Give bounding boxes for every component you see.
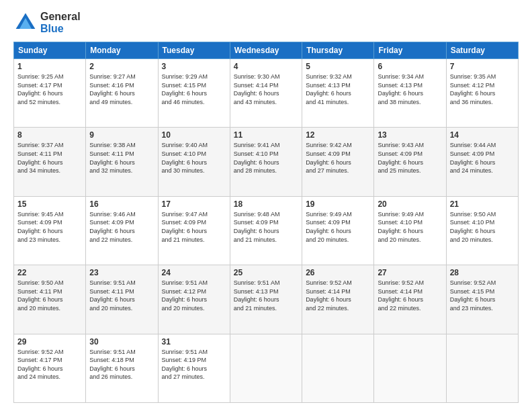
- day-info: Sunrise: 9:47 AM Sunset: 4:09 PM Dayligh…: [162, 210, 226, 244]
- day-info: Sunrise: 9:30 AM Sunset: 4:14 PM Dayligh…: [234, 73, 298, 106]
- day-cell: 22Sunrise: 9:50 AM Sunset: 4:11 PM Dayli…: [14, 265, 86, 334]
- day-info: Sunrise: 9:34 AM Sunset: 4:13 PM Dayligh…: [378, 73, 442, 106]
- day-cell: 8Sunrise: 9:37 AM Sunset: 4:11 PM Daylig…: [14, 128, 86, 196]
- day-number: 3: [162, 62, 226, 71]
- day-number: 28: [450, 268, 515, 277]
- day-cell: [374, 334, 446, 402]
- day-info: Sunrise: 9:51 AM Sunset: 4:11 PM Dayligh…: [89, 279, 154, 312]
- day-cell: 14Sunrise: 9:44 AM Sunset: 4:09 PM Dayli…: [446, 128, 518, 196]
- day-number: 31: [162, 337, 226, 347]
- day-cell: 21Sunrise: 9:50 AM Sunset: 4:10 PM Dayli…: [446, 196, 518, 265]
- day-info: Sunrise: 9:32 AM Sunset: 4:13 PM Dayligh…: [306, 73, 370, 106]
- day-info: Sunrise: 9:51 AM Sunset: 4:12 PM Dayligh…: [162, 279, 226, 312]
- day-cell: 23Sunrise: 9:51 AM Sunset: 4:11 PM Dayli…: [86, 265, 158, 334]
- day-info: Sunrise: 9:35 AM Sunset: 4:12 PM Dayligh…: [450, 73, 515, 106]
- day-number: 21: [450, 199, 515, 209]
- day-number: 14: [450, 130, 515, 140]
- day-cell: 4Sunrise: 9:30 AM Sunset: 4:14 PM Daylig…: [230, 59, 302, 128]
- day-cell: 12Sunrise: 9:42 AM Sunset: 4:09 PM Dayli…: [302, 128, 374, 196]
- day-info: Sunrise: 9:50 AM Sunset: 4:11 PM Dayligh…: [17, 279, 82, 312]
- weekday-header-wednesday: Wednesday: [230, 42, 302, 59]
- day-cell: [230, 334, 302, 402]
- day-number: 4: [234, 62, 298, 71]
- day-cell: 3Sunrise: 9:29 AM Sunset: 4:15 PM Daylig…: [158, 59, 230, 128]
- day-info: Sunrise: 9:42 AM Sunset: 4:09 PM Dayligh…: [306, 141, 370, 175]
- day-number: 7: [450, 62, 515, 71]
- day-cell: 24Sunrise: 9:51 AM Sunset: 4:12 PM Dayli…: [158, 265, 230, 334]
- weekday-header-thursday: Thursday: [302, 42, 374, 59]
- day-cell: 16Sunrise: 9:46 AM Sunset: 4:09 PM Dayli…: [86, 196, 158, 265]
- logo-icon: [13, 11, 38, 35]
- day-info: Sunrise: 9:51 AM Sunset: 4:19 PM Dayligh…: [162, 348, 226, 381]
- day-info: Sunrise: 9:52 AM Sunset: 4:14 PM Dayligh…: [378, 279, 442, 312]
- day-cell: 25Sunrise: 9:51 AM Sunset: 4:13 PM Dayli…: [230, 265, 302, 334]
- day-number: 19: [306, 199, 370, 209]
- day-number: 11: [234, 130, 298, 140]
- day-cell: 10Sunrise: 9:40 AM Sunset: 4:10 PM Dayli…: [158, 128, 230, 196]
- day-number: 12: [306, 130, 370, 140]
- weekday-header-sunday: Sunday: [14, 42, 86, 59]
- weekday-header-friday: Friday: [374, 42, 446, 59]
- day-info: Sunrise: 9:44 AM Sunset: 4:09 PM Dayligh…: [450, 141, 515, 175]
- day-number: 25: [234, 268, 298, 277]
- day-number: 22: [17, 268, 82, 277]
- day-cell: 9Sunrise: 9:38 AM Sunset: 4:11 PM Daylig…: [86, 128, 158, 196]
- day-info: Sunrise: 9:27 AM Sunset: 4:16 PM Dayligh…: [89, 73, 154, 106]
- day-info: Sunrise: 9:37 AM Sunset: 4:11 PM Dayligh…: [17, 141, 82, 175]
- day-info: Sunrise: 9:49 AM Sunset: 4:09 PM Dayligh…: [306, 210, 370, 244]
- day-info: Sunrise: 9:41 AM Sunset: 4:10 PM Dayligh…: [234, 141, 298, 175]
- week-row-5: 29Sunrise: 9:52 AM Sunset: 4:17 PM Dayli…: [14, 334, 519, 402]
- day-number: 26: [306, 268, 370, 277]
- day-info: Sunrise: 9:45 AM Sunset: 4:09 PM Dayligh…: [17, 210, 82, 244]
- day-cell: 7Sunrise: 9:35 AM Sunset: 4:12 PM Daylig…: [446, 59, 518, 128]
- day-number: 18: [234, 199, 298, 209]
- day-info: Sunrise: 9:52 AM Sunset: 4:14 PM Dayligh…: [306, 279, 370, 312]
- day-info: Sunrise: 9:51 AM Sunset: 4:18 PM Dayligh…: [89, 348, 154, 381]
- day-cell: 20Sunrise: 9:49 AM Sunset: 4:10 PM Dayli…: [374, 196, 446, 265]
- day-cell: 5Sunrise: 9:32 AM Sunset: 4:13 PM Daylig…: [302, 59, 374, 128]
- day-number: 1: [17, 62, 82, 71]
- day-number: 15: [17, 199, 82, 209]
- day-info: Sunrise: 9:40 AM Sunset: 4:10 PM Dayligh…: [162, 141, 226, 175]
- day-cell: 29Sunrise: 9:52 AM Sunset: 4:17 PM Dayli…: [14, 334, 86, 402]
- day-number: 5: [306, 62, 370, 71]
- page: General Blue SundayMondayTuesdayWednesda…: [0, 0, 532, 411]
- day-number: 23: [89, 268, 154, 277]
- day-number: 9: [89, 130, 154, 140]
- day-number: 29: [17, 337, 82, 347]
- day-number: 24: [162, 268, 226, 277]
- day-info: Sunrise: 9:29 AM Sunset: 4:15 PM Dayligh…: [162, 73, 226, 106]
- day-cell: 31Sunrise: 9:51 AM Sunset: 4:19 PM Dayli…: [158, 334, 230, 402]
- day-info: Sunrise: 9:48 AM Sunset: 4:09 PM Dayligh…: [234, 210, 298, 244]
- weekday-header-tuesday: Tuesday: [158, 42, 230, 59]
- day-number: 16: [89, 199, 154, 209]
- day-info: Sunrise: 9:25 AM Sunset: 4:17 PM Dayligh…: [17, 73, 82, 106]
- logo-text: General Blue: [40, 11, 81, 35]
- day-number: 2: [89, 62, 154, 71]
- header: General Blue: [13, 11, 519, 35]
- day-cell: 17Sunrise: 9:47 AM Sunset: 4:09 PM Dayli…: [158, 196, 230, 265]
- day-info: Sunrise: 9:46 AM Sunset: 4:09 PM Dayligh…: [89, 210, 154, 244]
- calendar: SundayMondayTuesdayWednesdayThursdayFrid…: [13, 42, 519, 403]
- day-cell: 2Sunrise: 9:27 AM Sunset: 4:16 PM Daylig…: [86, 59, 158, 128]
- day-cell: 11Sunrise: 9:41 AM Sunset: 4:10 PM Dayli…: [230, 128, 302, 196]
- day-number: 20: [378, 199, 442, 209]
- weekday-header-saturday: Saturday: [446, 42, 518, 59]
- day-info: Sunrise: 9:50 AM Sunset: 4:10 PM Dayligh…: [450, 210, 515, 244]
- day-cell: 27Sunrise: 9:52 AM Sunset: 4:14 PM Dayli…: [374, 265, 446, 334]
- day-cell: [302, 334, 374, 402]
- day-number: 8: [17, 130, 82, 140]
- week-row-3: 15Sunrise: 9:45 AM Sunset: 4:09 PM Dayli…: [14, 196, 519, 265]
- day-number: 30: [89, 337, 154, 347]
- week-row-1: 1Sunrise: 9:25 AM Sunset: 4:17 PM Daylig…: [14, 59, 519, 128]
- day-cell: 28Sunrise: 9:52 AM Sunset: 4:15 PM Dayli…: [446, 265, 518, 334]
- day-number: 27: [378, 268, 442, 277]
- day-number: 6: [378, 62, 442, 71]
- day-cell: 26Sunrise: 9:52 AM Sunset: 4:14 PM Dayli…: [302, 265, 374, 334]
- day-number: 13: [378, 130, 442, 140]
- day-cell: 6Sunrise: 9:34 AM Sunset: 4:13 PM Daylig…: [374, 59, 446, 128]
- day-info: Sunrise: 9:52 AM Sunset: 4:17 PM Dayligh…: [17, 348, 82, 381]
- day-number: 10: [162, 130, 226, 140]
- day-info: Sunrise: 9:38 AM Sunset: 4:11 PM Dayligh…: [89, 141, 154, 175]
- day-cell: [446, 334, 518, 402]
